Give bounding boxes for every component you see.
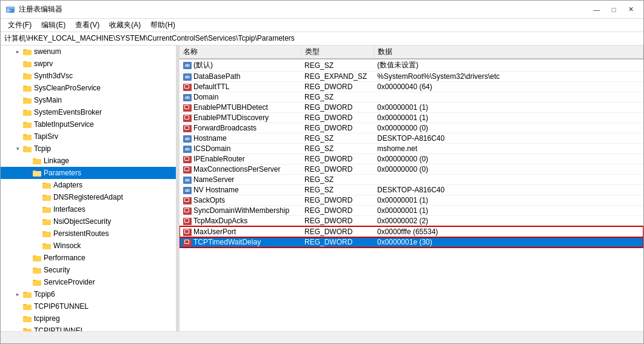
tree-item-dnsregistered[interactable]: DNSRegisteredAdapt <box>1 191 176 203</box>
folder-icon <box>42 229 52 238</box>
table-row[interactable]: abDomainREG_SZ <box>179 92 643 103</box>
tree-item-swprv[interactable]: swprv <box>1 58 176 70</box>
expand-icon[interactable] <box>32 229 42 238</box>
tree-item-synth3dvsc[interactable]: Synth3dVsc <box>1 70 176 82</box>
tree-item-winsock[interactable]: Winsock <box>1 240 176 252</box>
folder-icon <box>32 254 42 262</box>
tree-item-linkage[interactable]: Linkage <box>1 155 176 167</box>
tree-item-tcpip6[interactable]: ▸ Tcpip6 <box>1 288 176 300</box>
svg-rect-37 <box>42 244 51 249</box>
svg-rect-40 <box>33 255 36 257</box>
tree-item-nsiobject[interactable]: NsiObjectSecurity <box>1 215 176 228</box>
svg-rect-22 <box>23 146 27 147</box>
svg-rect-3 <box>7 10 11 11</box>
expand-icon[interactable] <box>32 217 42 226</box>
expand-icon[interactable] <box>13 326 22 331</box>
tree-item-tabletinput[interactable]: TabletInputService <box>1 118 176 130</box>
expand-icon[interactable] <box>13 71 22 81</box>
maximize-button[interactable]: □ <box>606 4 622 16</box>
main-content: ▸ swenum swprv Synth3dVsc SysCleanProSer… <box>1 46 643 331</box>
expand-icon[interactable]: ▸ <box>13 47 22 56</box>
expand-icon[interactable] <box>13 120 22 129</box>
tree-item-tcpip[interactable]: ▾ Tcpip <box>1 143 176 155</box>
value-data: 0x0000001e (30) <box>374 237 643 248</box>
tree-item-swenum[interactable]: ▸ swenum <box>1 46 176 58</box>
registry-values[interactable]: 名称 类型 数据 ab(默认)REG_SZ(数值未设置)abDataBasePa… <box>179 46 643 331</box>
table-row[interactable]: abNV HostnameREG_SZDESKTOP-A816C40 <box>179 185 643 195</box>
tree-item-security[interactable]: Security <box>1 264 176 276</box>
tree-item-parameters[interactable]: ▾ Parameters <box>1 167 176 179</box>
menu-edit[interactable]: 编辑(E) <box>36 19 70 32</box>
col-data[interactable]: 数据 <box>374 46 643 59</box>
expand-icon[interactable]: ▾ <box>13 144 22 153</box>
sz-icon: ab <box>183 177 192 184</box>
table-row[interactable]: MaxUserPortREG_DWORD0x0000fffe (65534) <box>179 226 643 237</box>
table-row[interactable]: EnablePMTUBHDetectREG_DWORD0x00000001 (1… <box>179 103 643 113</box>
table-row[interactable]: abDataBasePathREG_EXPAND_SZ%SystemRoot%\… <box>179 72 643 82</box>
value-data: 0x00000001 (1) <box>374 113 643 123</box>
expand-icon[interactable] <box>22 156 32 166</box>
tree-item-label: swprv <box>34 59 53 68</box>
expand-icon[interactable] <box>32 204 42 214</box>
tree-item-tcpipreg[interactable]: tcpipreg <box>1 312 176 325</box>
svg-rect-9 <box>23 74 32 79</box>
col-name[interactable]: 名称 <box>179 46 301 59</box>
expand-icon[interactable] <box>13 95 22 105</box>
expand-icon[interactable] <box>22 265 32 275</box>
tree-item-sysclean[interactable]: SysCleanProService <box>1 82 176 94</box>
expand-icon[interactable] <box>32 192 42 202</box>
table-row[interactable]: IPEnableRouterREG_DWORD0x00000000 (0) <box>179 154 643 164</box>
expand-icon[interactable] <box>32 180 42 190</box>
expand-icon[interactable] <box>22 277 32 287</box>
table-row[interactable]: DefaultTTLREG_DWORD0x00000040 (64) <box>179 82 643 92</box>
table-row[interactable]: TCPTimedWaitDelayREG_DWORD0x0000001e (30… <box>179 237 643 248</box>
tree-item-performance[interactable]: Performance <box>1 252 176 264</box>
minimize-button[interactable]: — <box>589 4 605 16</box>
expand-icon[interactable] <box>13 314 22 323</box>
menu-view[interactable]: 查看(V) <box>70 19 104 32</box>
table-row[interactable]: ab(默认)REG_SZ(数值未设置) <box>179 59 643 72</box>
folder-icon <box>22 59 32 68</box>
folder-icon <box>42 205 52 214</box>
expand-icon[interactable] <box>13 107 22 117</box>
table-row[interactable]: MaxConnectionsPerServerREG_DWORD0x000000… <box>179 164 643 175</box>
table-row[interactable]: abNameServerREG_SZ <box>179 175 643 185</box>
tree-item-adapters[interactable]: Adapters <box>1 179 176 191</box>
table-row[interactable]: ForwardBroadcastsREG_DWORD0x00000000 (0) <box>179 123 643 133</box>
menu-favorites[interactable]: 收藏夹(A) <box>104 19 146 32</box>
registry-tree[interactable]: ▸ swenum swprv Synth3dVsc SysCleanProSer… <box>1 46 176 331</box>
col-type[interactable]: 类型 <box>301 46 374 59</box>
table-row[interactable]: abICSDomainREG_SZmshome.net <box>179 144 643 154</box>
value-data <box>374 92 643 103</box>
value-name: NameServer <box>193 175 234 184</box>
tree-item-sysevents[interactable]: SystemEventsBroker <box>1 106 176 118</box>
tree-item-tcpip6tunnel[interactable]: TCPIP6TUNNEL <box>1 300 176 312</box>
menu-help[interactable]: 帮助(H) <box>146 19 180 32</box>
svg-rect-41 <box>33 268 41 274</box>
tree-item-tcpiptunnel[interactable]: TCPIPTUNNEL <box>1 325 176 331</box>
folder-icon <box>42 217 52 226</box>
tree-item-persistent[interactable]: PersistentRoutes <box>1 228 176 240</box>
table-row[interactable]: TcpMaxDupAcksREG_DWORD0x00000002 (2) <box>179 216 643 227</box>
expand-icon[interactable]: ▸ <box>13 289 22 299</box>
expand-icon[interactable] <box>13 59 22 69</box>
svg-rect-28 <box>42 183 46 184</box>
expand-icon[interactable]: ▾ <box>22 168 32 178</box>
tree-item-interfaces[interactable]: Interfaces <box>1 203 176 215</box>
table-row[interactable]: SyncDomainWithMembershipREG_DWORD0x00000… <box>179 206 643 216</box>
expand-icon[interactable] <box>13 132 22 141</box>
table-row[interactable]: EnablePMTUDiscoveryREG_DWORD0x00000001 (… <box>179 113 643 123</box>
expand-icon[interactable] <box>13 302 22 311</box>
expand-icon[interactable] <box>13 83 22 93</box>
dword-icon <box>183 166 192 174</box>
tree-item-sysmain[interactable]: SysMain <box>1 94 176 106</box>
close-button[interactable]: ✕ <box>623 4 639 16</box>
dword-icon <box>183 239 192 246</box>
expand-icon[interactable] <box>22 253 32 263</box>
table-row[interactable]: abHostnameREG_SZDESKTOP-A816C40 <box>179 133 643 144</box>
tree-item-serviceprovider[interactable]: ServiceProvider <box>1 276 176 288</box>
table-row[interactable]: SackOptsREG_DWORD0x00000001 (1) <box>179 195 643 206</box>
expand-icon[interactable] <box>32 241 42 251</box>
menu-file[interactable]: 文件(F) <box>3 19 36 32</box>
tree-item-tapisrv[interactable]: TapiSrv <box>1 130 176 143</box>
